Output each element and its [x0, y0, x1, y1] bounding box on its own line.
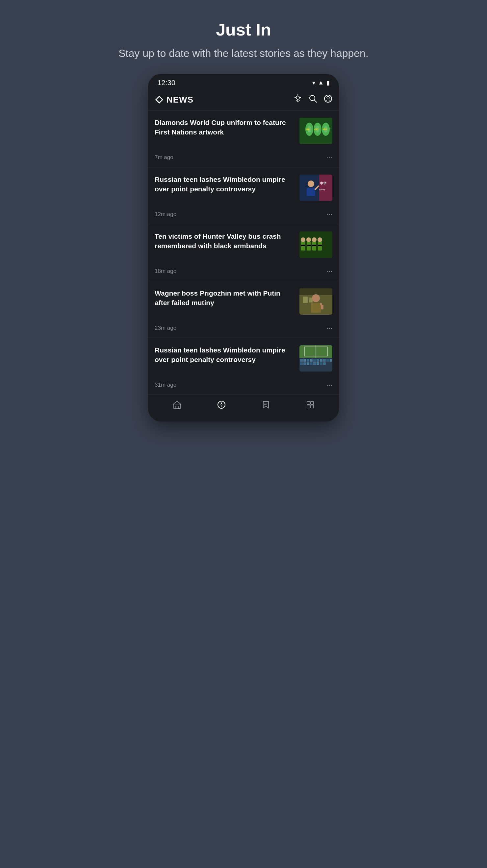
more-options-icon[interactable]: ··· — [326, 381, 332, 389]
news-item[interactable]: Russian teen lashes Wimbledon umpire ove… — [148, 338, 339, 395]
weather-icon[interactable] — [293, 94, 302, 105]
news-item-text: Ten victims of Hunter Valley bus crash r… — [155, 231, 295, 251]
news-item-title: Russian teen lashes Wimbledon umpire ove… — [155, 176, 285, 193]
news-item[interactable]: Diamonds World Cup uniform to feature Fi… — [148, 110, 339, 167]
news-item-footer: 23m ago ··· — [155, 320, 332, 338]
nav-item-saved[interactable] — [261, 400, 270, 412]
abc-logo[interactable]: NEWS — [155, 95, 194, 105]
news-label: NEWS — [167, 95, 194, 105]
status-icons: ▾ ▲ ▮ — [312, 79, 330, 87]
news-item-footer: 31m ago ··· — [155, 377, 332, 395]
news-timestamp: 31m ago — [155, 382, 176, 388]
svg-point-10 — [327, 96, 330, 99]
page-header: Just In Stay up to date with the latest … — [105, 20, 382, 61]
svg-rect-46 — [311, 303, 321, 313]
abc-diamond-icon — [155, 95, 164, 104]
news-item-title: Diamonds World Cup uniform to feature Fi… — [155, 119, 286, 136]
svg-text:GS: GS — [323, 128, 327, 131]
news-item-content: Russian teen lashes Wimbledon umpire ove… — [155, 345, 332, 372]
more-options-icon[interactable]: ··· — [326, 267, 332, 276]
svg-rect-65 — [313, 362, 316, 365]
svg-point-36 — [318, 237, 322, 242]
svg-text:中华: 中华 — [320, 182, 327, 185]
news-item-text: Russian teen lashes Wimbledon umpire ove… — [155, 175, 295, 194]
news-item-title: Russian teen lashes Wimbledon umpire ove… — [155, 346, 285, 363]
svg-rect-58 — [323, 359, 326, 362]
svg-rect-56 — [317, 359, 319, 362]
news-item-text: Diamonds World Cup uniform to feature Fi… — [155, 118, 295, 137]
svg-text:GD: GD — [314, 128, 318, 131]
news-list: Diamonds World Cup uniform to feature Fi… — [148, 110, 339, 395]
news-item-footer: 7m ago ··· — [155, 149, 332, 167]
svg-text:GK: GK — [306, 128, 310, 131]
svg-rect-37 — [301, 245, 305, 246]
news-thumbnail — [299, 231, 332, 258]
home-icon — [172, 400, 182, 412]
svg-rect-60 — [330, 359, 332, 362]
more-options-icon[interactable]: ··· — [326, 324, 332, 332]
svg-point-34 — [312, 237, 317, 242]
svg-rect-53 — [307, 359, 309, 362]
compass-icon — [217, 400, 226, 412]
news-item-content: Diamonds World Cup uniform to feature Fi… — [155, 118, 332, 144]
svg-rect-57 — [320, 359, 322, 362]
svg-rect-68 — [323, 362, 326, 365]
news-thumbnail: 中华 Minis — [299, 175, 332, 201]
svg-rect-48 — [320, 303, 322, 305]
svg-point-32 — [306, 237, 311, 242]
page-subtitle: Stay up to date with the latest stories … — [118, 46, 369, 61]
svg-rect-40 — [318, 245, 322, 246]
nav-item-home[interactable] — [172, 400, 182, 412]
status-time: 12:30 — [157, 79, 175, 87]
svg-rect-54 — [310, 359, 313, 362]
news-item[interactable]: Wagner boss Prigozhin met with Putin aft… — [148, 281, 339, 338]
more-options-icon[interactable]: ··· — [326, 210, 332, 219]
svg-point-25 — [308, 181, 314, 187]
news-item-content: Ten victims of Hunter Valley bus crash r… — [155, 231, 332, 258]
svg-rect-59 — [326, 359, 329, 362]
search-icon[interactable] — [309, 94, 317, 105]
svg-point-45 — [312, 294, 320, 302]
svg-rect-52 — [304, 359, 306, 362]
svg-rect-22 — [319, 175, 332, 201]
news-timestamp: 18m ago — [155, 268, 176, 275]
news-thumbnail — [299, 288, 332, 315]
page-title: Just In — [118, 20, 369, 39]
svg-rect-55 — [313, 359, 316, 362]
svg-marker-76 — [221, 405, 223, 407]
svg-text:Minis: Minis — [319, 188, 325, 191]
header-actions — [293, 94, 332, 105]
svg-rect-67 — [320, 362, 322, 365]
svg-line-8 — [314, 100, 317, 102]
svg-rect-80 — [311, 401, 314, 404]
svg-rect-79 — [307, 401, 310, 404]
news-item[interactable]: Russian teen lashes Wimbledon umpire ove… — [148, 167, 339, 224]
wifi-icon: ▾ — [312, 79, 315, 87]
news-item-text: Russian teen lashes Wimbledon umpire ove… — [155, 345, 295, 365]
svg-rect-38 — [307, 245, 311, 246]
svg-rect-82 — [311, 405, 314, 408]
bottom-nav — [148, 395, 339, 422]
svg-rect-66 — [317, 362, 319, 365]
news-item-footer: 18m ago ··· — [155, 263, 332, 281]
svg-rect-72 — [174, 404, 180, 409]
svg-rect-73 — [176, 406, 178, 409]
svg-rect-51 — [300, 359, 303, 362]
svg-rect-81 — [307, 405, 310, 408]
battery-icon: ▮ — [326, 79, 330, 87]
news-item-content: Russian teen lashes Wimbledon umpire ove… — [155, 175, 332, 201]
svg-rect-63 — [307, 362, 309, 365]
bookmark-icon — [261, 400, 270, 412]
news-thumbnail — [299, 345, 332, 372]
news-item[interactable]: Ten victims of Hunter Valley bus crash r… — [148, 224, 339, 281]
profile-icon[interactable] — [324, 94, 332, 105]
more-options-icon[interactable]: ··· — [326, 153, 332, 162]
app-header: NEWS — [148, 90, 339, 110]
nav-item-more[interactable] — [306, 400, 315, 412]
news-item-title: Wagner boss Prigozhin met with Putin aft… — [155, 289, 280, 306]
news-timestamp: 7m ago — [155, 154, 173, 161]
news-timestamp: 12m ago — [155, 211, 176, 218]
nav-item-justin[interactable] — [217, 400, 226, 412]
svg-rect-64 — [310, 362, 313, 365]
news-thumbnail: GK GD GS — [299, 118, 332, 144]
